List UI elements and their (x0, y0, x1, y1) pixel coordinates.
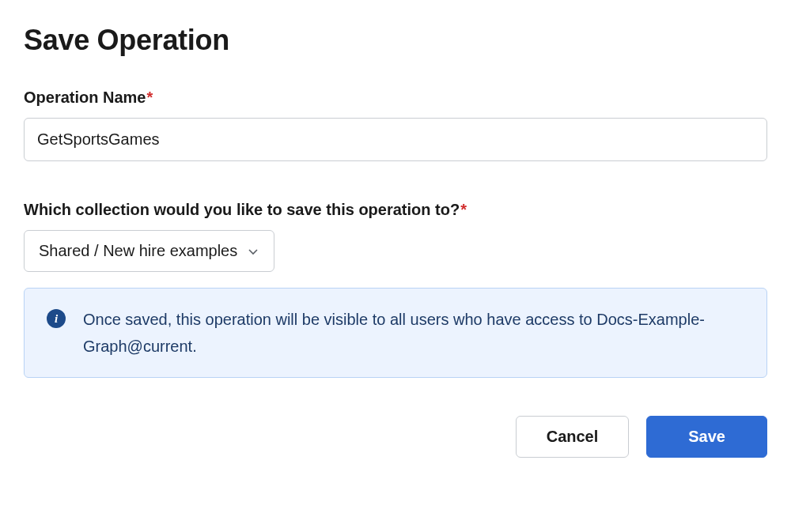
info-banner: i Once saved, this operation will be vis… (24, 288, 767, 378)
page-title: Save Operation (24, 24, 767, 57)
save-button[interactable]: Save (646, 416, 767, 458)
info-icon: i (47, 309, 66, 328)
cancel-button[interactable]: Cancel (516, 416, 630, 458)
chevron-down-icon (247, 245, 259, 258)
operation-name-field-group: Operation Name* (24, 89, 767, 161)
collection-label-text: Which collection would you like to save … (24, 201, 460, 218)
operation-name-label-text: Operation Name (24, 89, 146, 106)
button-row: Cancel Save (24, 416, 767, 458)
collection-field-group: Which collection would you like to save … (24, 201, 767, 378)
info-banner-text: Once saved, this operation will be visib… (83, 306, 744, 360)
required-star-icon: * (460, 201, 467, 218)
operation-name-input[interactable] (24, 118, 767, 161)
collection-selected-value: Shared / New hire examples (39, 242, 237, 260)
collection-select[interactable]: Shared / New hire examples (24, 230, 274, 272)
operation-name-label: Operation Name* (24, 89, 767, 107)
required-star-icon: * (146, 89, 153, 106)
collection-label: Which collection would you like to save … (24, 201, 767, 219)
